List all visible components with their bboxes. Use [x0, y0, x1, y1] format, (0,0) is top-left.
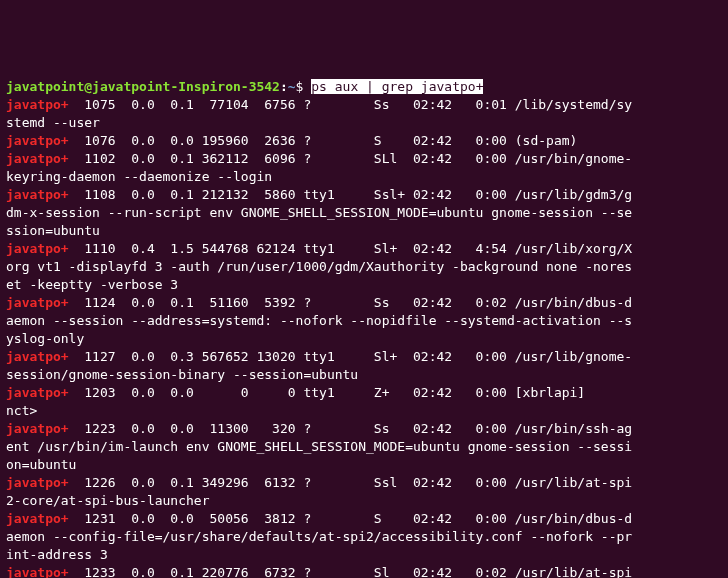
grep-match: javatpo+: [6, 97, 69, 112]
grep-match: javatpo+: [6, 133, 69, 148]
process-continuation: nct>: [6, 403, 37, 418]
grep-match: javatpo+: [6, 511, 69, 526]
grep-match: javatpo+: [6, 187, 69, 202]
prompt-dollar: $: [296, 79, 312, 94]
grep-match: javatpo+: [6, 349, 69, 364]
prompt-host: javatpoint-Inspiron-3542: [92, 79, 280, 94]
process-continuation: keyring-daemon --daemonize --login: [6, 169, 272, 184]
process-row: javatpo+ 1203 0.0 0.0 0 0 tty1 Z+ 02:42 …: [6, 385, 632, 578]
process-details: 1076 0.0 0.0 195960 2636 ? S 02:42 0:00 …: [69, 133, 578, 148]
grep-match: javatpo+: [6, 151, 69, 166]
command-input[interactable]: ps aux | grep javatpo+: [311, 79, 483, 94]
process-row: javatpo+ 1223 0.0 0.0 11300 320 ? Ss 02:…: [6, 421, 632, 472]
process-row: javatpo+ 1233 0.0 0.1 220776 6732 ? Sl 0…: [6, 565, 632, 578]
prompt: javatpoint@javatpoint-Inspiron-3542:~$: [6, 79, 311, 94]
process-row: javatpo+ 1075 0.0 0.1 77104 6756 ? Ss 02…: [6, 97, 632, 130]
grep-match: javatpo+: [6, 385, 69, 400]
process-row: javatpo+ 1108 0.0 0.1 212132 5860 tty1 S…: [6, 187, 632, 238]
process-details: 1233 0.0 0.1 220776 6732 ? Sl 02:42 0:02…: [69, 565, 633, 578]
process-row: javatpo+ 1110 0.4 1.5 544768 62124 tty1 …: [6, 241, 632, 292]
process-continuation: dm-x-session --run-script env GNOME_SHEL…: [6, 205, 632, 220]
process-continuation: int-address 3: [6, 547, 108, 562]
process-details: 1223 0.0 0.0 11300 320 ? Ss 02:42 0:00 /…: [69, 421, 633, 436]
grep-match: javatpo+: [6, 475, 69, 490]
process-row: javatpo+ 1076 0.0 0.0 195960 2636 ? S 02…: [6, 133, 577, 148]
process-continuation: org vt1 -displayfd 3 -auth /run/user/100…: [6, 259, 632, 274]
ps-output: javatpo+ 1075 0.0 0.1 77104 6756 ? Ss 02…: [6, 96, 722, 578]
process-continuation: aemon --session --address=systemd: --nof…: [6, 313, 632, 328]
process-continuation: ent /usr/bin/im-launch env GNOME_SHELL_S…: [6, 439, 632, 454]
prompt-colon: :: [280, 79, 288, 94]
process-continuation: stemd --user: [6, 115, 100, 130]
grep-match: javatpo+: [6, 421, 69, 436]
process-continuation: 2-core/at-spi-bus-launcher: [6, 493, 210, 508]
process-row: javatpo+ 1231 0.0 0.0 50056 3812 ? S 02:…: [6, 511, 632, 562]
process-details: 1110 0.4 1.5 544768 62124 tty1 Sl+ 02:42…: [69, 241, 633, 256]
process-details: 1127 0.0 0.3 567652 13020 tty1 Sl+ 02:42…: [69, 349, 633, 364]
process-details: 1102 0.0 0.1 362112 6096 ? SLl 02:42 0:0…: [69, 151, 633, 166]
prompt-user: javatpoint: [6, 79, 84, 94]
process-details: 1124 0.0 0.1 51160 5392 ? Ss 02:42 0:02 …: [69, 295, 633, 310]
process-continuation: et -keeptty -verbose 3: [6, 277, 178, 292]
process-continuation: ssion=ubuntu: [6, 223, 100, 238]
process-row: javatpo+ 1226 0.0 0.1 349296 6132 ? Ssl …: [6, 475, 632, 508]
process-row: javatpo+ 1127 0.0 0.3 567652 13020 tty1 …: [6, 349, 632, 382]
process-row: javatpo+ 1102 0.0 0.1 362112 6096 ? SLl …: [6, 151, 632, 184]
process-continuation: aemon --config-file=/usr/share/defaults/…: [6, 529, 632, 544]
process-details: 1231 0.0 0.0 50056 3812 ? S 02:42 0:00 /…: [69, 511, 633, 526]
grep-match: javatpo+: [6, 565, 69, 578]
process-row: javatpo+ 1124 0.0 0.1 51160 5392 ? Ss 02…: [6, 295, 632, 346]
terminal[interactable]: javatpoint@javatpoint-Inspiron-3542:~$ p…: [6, 78, 722, 578]
prompt-at: @: [84, 79, 92, 94]
process-continuation: yslog-only: [6, 331, 84, 346]
process-continuation: on=ubuntu: [6, 457, 76, 472]
process-details: 1108 0.0 0.1 212132 5860 tty1 Ssl+ 02:42…: [69, 187, 633, 202]
process-details: 1203 0.0 0.0 0 0 tty1 Z+ 02:42 0:00 [xbr…: [6, 385, 593, 418]
prompt-path: ~: [288, 79, 296, 94]
process-continuation: session/gnome-session-binary --session=u…: [6, 367, 358, 382]
process-details: 1075 0.0 0.1 77104 6756 ? Ss 02:42 0:01 …: [69, 97, 633, 112]
process-details: 1226 0.0 0.1 349296 6132 ? Ssl 02:42 0:0…: [69, 475, 633, 490]
grep-match: javatpo+: [6, 295, 69, 310]
grep-match: javatpo+: [6, 241, 69, 256]
